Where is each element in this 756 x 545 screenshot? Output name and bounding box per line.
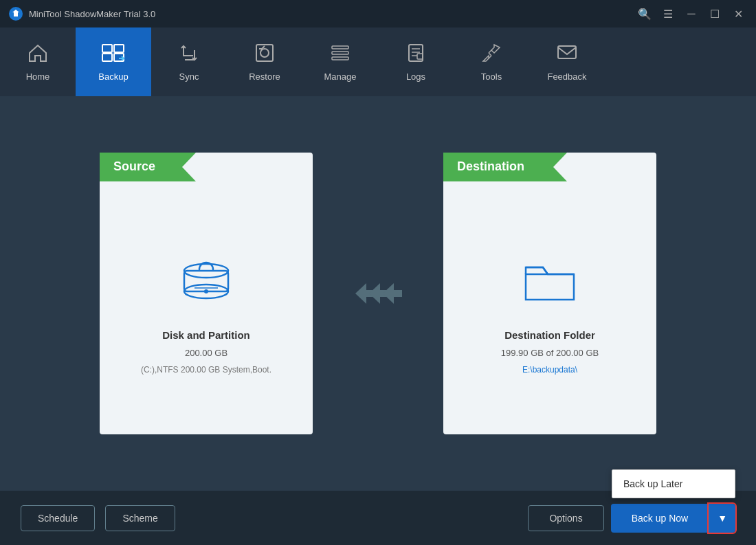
- destination-card-title: Destination Folder: [504, 329, 595, 341]
- destination-card[interactable]: Destination Destination Folder 199.90 GB…: [443, 153, 656, 434]
- svg-rect-14: [417, 54, 423, 59]
- svg-rect-2: [102, 54, 112, 61]
- destination-header-label: Destination: [443, 153, 553, 181]
- nav-item-restore[interactable]: Restore: [227, 27, 302, 96]
- title-left: MiniTool ShadowMaker Trial 3.0: [8, 6, 155, 21]
- app-logo: [8, 6, 23, 21]
- nav-label-tools: Tools: [481, 71, 502, 82]
- nav-bar: Home Backup Sync: [0, 27, 756, 96]
- arrow-area: [354, 276, 402, 311]
- source-card-size: 200.00 GB: [185, 348, 227, 358]
- svg-rect-8: [332, 52, 348, 54]
- svg-rect-7: [332, 46, 348, 49]
- source-card-title: Disk and Partition: [162, 329, 250, 341]
- nav-label-manage: Manage: [324, 71, 357, 82]
- nav-label-home: Home: [26, 71, 50, 82]
- source-card-header: Source: [100, 153, 196, 181]
- nav-item-logs[interactable]: Logs: [378, 27, 454, 96]
- home-icon: [27, 42, 49, 67]
- svg-rect-18: [558, 46, 576, 58]
- manage-icon: [329, 42, 351, 67]
- destination-card-path: E:\backupdata\: [522, 365, 577, 375]
- folder-icon: [519, 240, 581, 322]
- destination-card-header: Destination: [443, 153, 567, 181]
- title-controls: 🔍 ☰ ─ ☐ ✕: [635, 4, 748, 23]
- backup-now-button[interactable]: Back up Now: [611, 504, 709, 533]
- svg-point-6: [260, 49, 269, 57]
- nav-label-backup: Backup: [98, 71, 128, 82]
- nav-item-tools[interactable]: Tools: [454, 27, 529, 96]
- destination-header-triangle: [553, 153, 567, 181]
- svg-point-22: [204, 289, 208, 293]
- minimize-button[interactable]: ─: [682, 4, 701, 23]
- backup-dropdown-menu: Back up Later: [612, 469, 735, 498]
- nav-item-home[interactable]: Home: [0, 27, 76, 96]
- destination-card-size: 199.90 GB of 200.00 GB: [501, 348, 599, 358]
- search-button[interactable]: 🔍: [635, 4, 654, 23]
- restore-icon: [254, 42, 276, 67]
- backup-later-item[interactable]: Back up Later: [612, 470, 735, 498]
- logs-icon: [405, 42, 427, 67]
- nav-item-sync[interactable]: Sync: [151, 27, 227, 96]
- bottom-bar: Schedule Scheme Back up Later Options Ba…: [0, 490, 756, 545]
- disk-icon: [175, 240, 237, 322]
- source-card-detail: (C:),NTFS 200.00 GB System,Boot.: [141, 365, 271, 375]
- svg-rect-5: [256, 45, 273, 61]
- source-header-label: Source: [100, 153, 182, 181]
- backup-now-dropdown-toggle[interactable]: ▼: [709, 504, 735, 533]
- nav-item-feedback[interactable]: Feedback: [529, 27, 605, 96]
- bottom-left-buttons: Schedule Scheme: [21, 505, 175, 531]
- options-button[interactable]: Options: [528, 505, 603, 531]
- svg-rect-3: [114, 45, 124, 52]
- source-header-triangle: [182, 153, 196, 181]
- nav-label-logs: Logs: [406, 71, 425, 82]
- maximize-button[interactable]: ☐: [705, 4, 724, 23]
- svg-rect-9: [332, 57, 348, 60]
- title-bar: MiniTool ShadowMaker Trial 3.0 🔍 ☰ ─ ☐ ✕: [0, 0, 756, 27]
- svg-rect-1: [102, 45, 112, 52]
- close-button[interactable]: ✕: [729, 4, 748, 23]
- bottom-right-buttons: Back up Later Options Back up Now ▼: [528, 504, 735, 533]
- backup-icon: [101, 42, 126, 67]
- nav-item-backup[interactable]: Backup: [76, 27, 151, 96]
- nav-label-sync: Sync: [179, 71, 199, 82]
- scheme-button[interactable]: Scheme: [105, 505, 175, 531]
- menu-button[interactable]: ☰: [658, 4, 678, 23]
- feedback-icon: [556, 42, 578, 67]
- nav-label-feedback: Feedback: [547, 71, 586, 82]
- svg-line-15: [489, 50, 491, 53]
- schedule-button[interactable]: Schedule: [21, 505, 95, 531]
- tools-icon: [480, 42, 502, 67]
- nav-item-manage[interactable]: Manage: [302, 27, 378, 96]
- main-content: Source Disk and Partition 200.00 GB (C:)…: [0, 96, 756, 490]
- sync-icon: [178, 42, 200, 67]
- source-card[interactable]: Source Disk and Partition 200.00 GB (C:)…: [100, 153, 313, 434]
- app-title: MiniTool ShadowMaker Trial 3.0: [29, 9, 155, 19]
- nav-label-restore: Restore: [249, 71, 280, 82]
